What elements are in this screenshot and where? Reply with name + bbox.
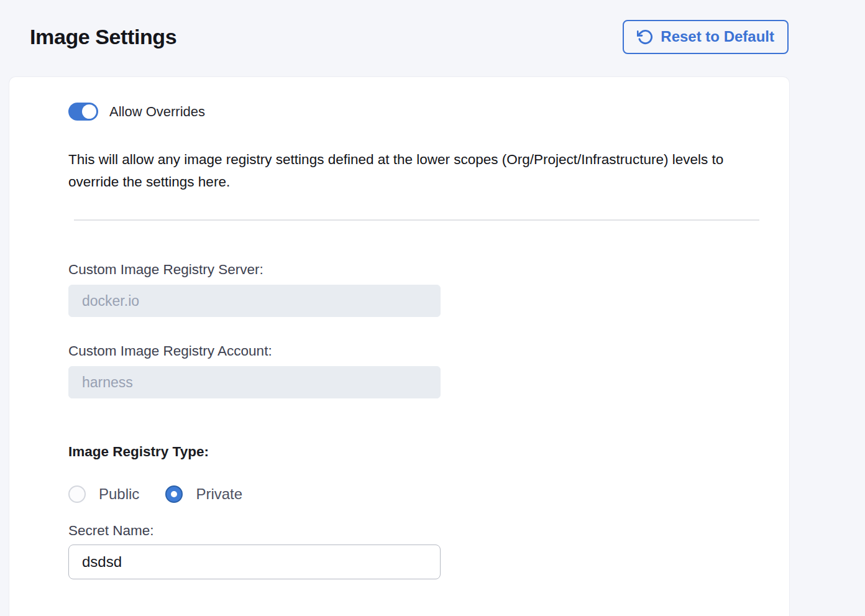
reset-button-label: Reset to Default	[661, 28, 774, 45]
rotate-ccw-icon	[637, 29, 654, 45]
registry-account-field: Custom Image Registry Account:	[68, 343, 754, 398]
radio-private-circle-icon	[165, 485, 183, 503]
registry-type-label: Image Registry Type:	[68, 444, 754, 460]
secret-name-label: Secret Name:	[68, 523, 754, 539]
overrides-description: This will allow any image registry setti…	[68, 149, 754, 193]
allow-overrides-toggle[interactable]	[68, 103, 98, 121]
secret-name-input[interactable]	[68, 545, 441, 579]
radio-public-label: Public	[99, 485, 139, 503]
settings-card: Allow Overrides This will allow any imag…	[9, 77, 789, 616]
registry-server-field: Custom Image Registry Server:	[68, 262, 754, 317]
registry-server-input	[68, 285, 441, 317]
radio-public-circle-icon	[68, 485, 86, 503]
registry-type-field: Image Registry Type: Public Private	[68, 444, 754, 503]
radio-option-private[interactable]: Private	[165, 485, 242, 503]
toggle-knob	[82, 104, 96, 119]
radio-private-label: Private	[196, 485, 242, 503]
allow-overrides-label: Allow Overrides	[109, 104, 205, 120]
page-title: Image Settings	[30, 25, 176, 49]
registry-server-label: Custom Image Registry Server:	[68, 262, 754, 278]
reset-to-default-button[interactable]: Reset to Default	[623, 20, 789, 54]
registry-account-label: Custom Image Registry Account:	[68, 343, 754, 359]
registry-account-input	[68, 366, 441, 398]
secret-name-field: Secret Name:	[68, 523, 754, 579]
page-header: Image Settings Reset to Default	[0, 0, 865, 55]
registry-type-radio-group: Public Private	[68, 485, 754, 503]
allow-overrides-row: Allow Overrides	[68, 103, 754, 121]
radio-option-public[interactable]: Public	[68, 485, 139, 503]
section-divider	[74, 219, 759, 221]
image-settings-page: Image Settings Reset to Default Allow Ov…	[0, 0, 865, 616]
